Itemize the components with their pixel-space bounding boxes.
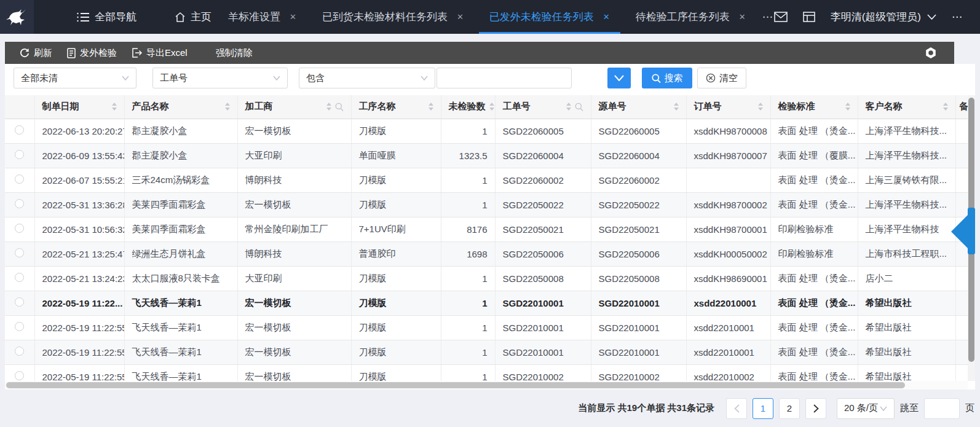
row-select-radio[interactable] xyxy=(15,125,24,135)
page-size-value: 20 条/页 xyxy=(844,402,878,414)
topbar-more-button[interactable]: ⋯ xyxy=(952,10,962,23)
column-header[interactable]: 加工商 xyxy=(237,95,351,119)
sort-icon[interactable] xyxy=(845,103,850,111)
tab-close-icon[interactable]: ✕ xyxy=(603,12,610,22)
column-header[interactable]: 工单号 xyxy=(495,95,591,119)
table-cell: xsdd22010001 xyxy=(686,340,770,364)
export-excel-button[interactable]: 导出Excel xyxy=(132,47,188,59)
table-cell: 2022-05-31 10:56:32 xyxy=(34,217,124,241)
table-cell xyxy=(955,266,968,291)
expand-filters-button[interactable] xyxy=(607,68,631,88)
tab-0[interactable]: 羊标准设置✕ xyxy=(215,0,309,34)
force-clear-button[interactable]: 强制清除 xyxy=(216,47,253,59)
nav-all-button[interactable]: 全部导航 xyxy=(77,10,136,24)
table-cell: 1 xyxy=(441,364,495,381)
side-panel-handle[interactable] xyxy=(968,208,975,254)
sort-icon[interactable] xyxy=(758,103,763,111)
row-select-radio[interactable] xyxy=(15,150,24,159)
column-header[interactable]: 客户名称 xyxy=(858,95,955,119)
row-select-radio[interactable] xyxy=(15,347,24,356)
gear-icon[interactable] xyxy=(925,47,937,59)
table-cell: 常州金陵印刷加工厂 xyxy=(237,217,351,241)
column-search-icon[interactable] xyxy=(575,103,583,111)
row-select-radio[interactable] xyxy=(15,273,24,282)
column-header[interactable]: 制单日期 xyxy=(34,95,124,119)
tab-close-icon[interactable]: ✕ xyxy=(739,12,746,22)
sort-icon[interactable] xyxy=(326,103,331,111)
sort-icon[interactable] xyxy=(489,103,494,111)
table-cell: 2022-05-19 11:22:55 xyxy=(34,364,124,381)
row-select-radio[interactable] xyxy=(15,371,24,380)
column-header[interactable]: 订单号 xyxy=(686,95,770,119)
field-filter-select[interactable]: 工单号 xyxy=(152,68,288,88)
keyword-input[interactable] xyxy=(437,68,572,88)
jump-page-input[interactable] xyxy=(924,398,960,419)
sort-icon[interactable] xyxy=(943,103,948,111)
tab-2[interactable]: 已发外未检验任务列表✕ xyxy=(476,0,623,34)
table-row[interactable]: 2022-06-13 20:20:27郡主凝胶小盒宏一模切板刀模版1SGD220… xyxy=(5,119,968,143)
row-select-radio[interactable] xyxy=(15,224,24,233)
status-filter-select[interactable]: 全部未清 xyxy=(14,68,136,88)
page-button-2[interactable]: 2 xyxy=(779,398,800,419)
sort-icon[interactable] xyxy=(566,103,571,111)
column-search-icon[interactable] xyxy=(335,103,344,111)
table-row[interactable]: 2022-05-31 13:36:28美莱四季面霜彩盒宏一模切板刀模版1SGD2… xyxy=(5,192,968,217)
table-row[interactable]: 2022-05-21 13:24:23太太口服液8只装卡盒大亚印刷刀模版1SGD… xyxy=(5,266,968,291)
table-row[interactable]: 2022-05-31 10:56:32美莱四季面霜彩盒常州金陵印刷加工厂7+1U… xyxy=(5,217,968,241)
table-row[interactable]: 2022-06-09 13:55:43郡主凝胶小盒大亚印刷单面哑膜1323.5S… xyxy=(5,143,968,168)
table-row[interactable]: 2022-06-07 15:55:21三禾24cm汤锅彩盒博朗科技刀模版1SGD… xyxy=(5,168,968,192)
tab-close-icon[interactable]: ✕ xyxy=(290,12,296,22)
table-cell: 普通胶印 xyxy=(351,241,441,266)
horizontal-scrollbar[interactable] xyxy=(5,381,968,390)
tab-overflow-button[interactable]: ⋯ xyxy=(762,10,774,23)
table-row[interactable]: 2022-05-19 11:22...飞天线香—茉莉1宏一模切板刀模版1SGD2… xyxy=(5,291,968,315)
sort-icon[interactable] xyxy=(674,103,679,111)
row-select-radio[interactable] xyxy=(15,322,24,331)
row-select-radio[interactable] xyxy=(15,199,24,208)
table-row[interactable]: 2022-05-19 11:22:55飞天线香—茉莉1宏一模切板刀模版1SGD2… xyxy=(5,315,968,340)
refresh-button[interactable]: 刷新 xyxy=(20,47,52,59)
sort-icon[interactable] xyxy=(112,103,117,111)
sort-icon[interactable] xyxy=(225,103,230,111)
table-cell: 表面 处理 （覆膜... xyxy=(770,143,858,168)
row-select-radio[interactable] xyxy=(15,174,24,184)
page-size-select[interactable]: 20 条/页 xyxy=(837,398,895,419)
sort-icon[interactable] xyxy=(429,103,433,111)
column-header[interactable]: 工序名称 xyxy=(351,95,441,119)
tab-1[interactable]: 已到货未检验材料任务列表✕ xyxy=(309,0,476,34)
operator-filter-select[interactable]: 包含 xyxy=(299,68,435,88)
next-page-button[interactable] xyxy=(805,398,826,419)
pagination-bar: 当前显示 共19个单据 共31条记录 1 2 20 条/页 跳至 页 xyxy=(0,390,980,427)
outsource-inspect-button[interactable]: 发外检验 xyxy=(67,47,117,59)
user-menu[interactable]: 李明清(超级管理员) xyxy=(831,10,936,24)
column-header[interactable]: 未检验数 xyxy=(441,95,495,119)
search-label: 搜索 xyxy=(665,72,683,84)
column-header[interactable]: 产品名称 xyxy=(124,95,237,119)
prev-page-button[interactable] xyxy=(726,398,747,419)
mail-icon[interactable] xyxy=(774,12,788,22)
column-header[interactable]: 源单号 xyxy=(591,95,686,119)
row-select-radio[interactable] xyxy=(15,248,24,257)
tab-close-icon[interactable]: ✕ xyxy=(457,12,464,22)
tab-3[interactable]: 待检验工序任务列表✕ xyxy=(623,0,759,34)
row-select-radio[interactable] xyxy=(15,297,24,307)
chevron-down-icon xyxy=(927,14,936,20)
clear-button[interactable]: 清空 xyxy=(697,68,746,88)
table-cell: 1 xyxy=(441,340,495,364)
table-row[interactable]: 2022-05-19 11:22:55飞天线香—茉莉1宏一模切板刀模版1SGD2… xyxy=(5,340,968,364)
horizontal-scrollbar-thumb[interactable] xyxy=(6,382,905,388)
side-panel-expand-arrow-icon[interactable] xyxy=(951,215,968,248)
table-cell: SGD22060002 xyxy=(591,168,686,192)
page-button-1[interactable]: 1 xyxy=(753,398,773,419)
panel-layout-icon[interactable] xyxy=(803,12,815,22)
column-header-label: 客户名称 xyxy=(866,101,903,112)
app-logo[interactable] xyxy=(0,0,34,34)
column-header[interactable]: 检验标准 xyxy=(770,95,858,119)
table-cell: xsdd22010001 xyxy=(686,291,770,315)
table-row[interactable]: 2022-05-21 13:25:47绿洲生态月饼礼盒博朗科技普通胶印1698S… xyxy=(5,241,968,266)
search-button[interactable]: 搜索 xyxy=(642,68,692,88)
table-cell: 刀模版 xyxy=(351,168,441,192)
tab-home[interactable]: 主页 xyxy=(175,10,211,24)
table-row[interactable]: 2022-05-19 11:22:55飞天线香—茉莉1宏一模切板刀模版1SGD2… xyxy=(5,364,968,381)
toolbar: 刷新 发外检验 导出Excel 强制清除 xyxy=(5,42,954,64)
